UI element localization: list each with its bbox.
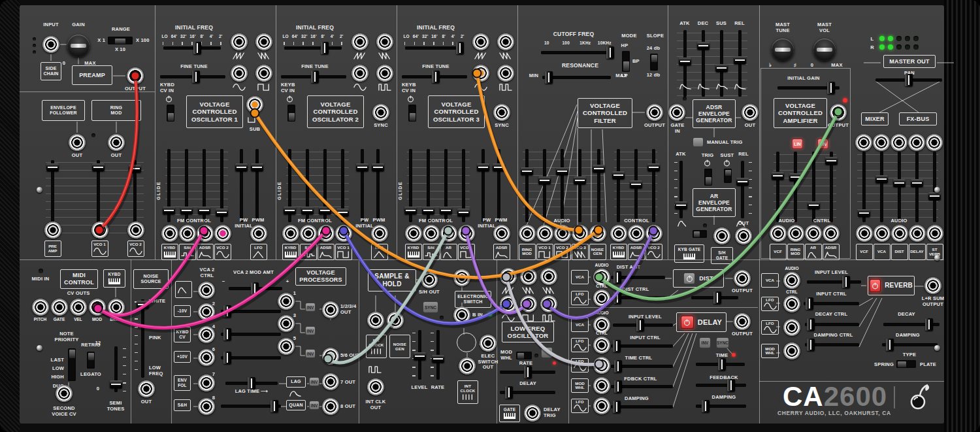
vcf-control-jack[interactable]	[610, 225, 627, 242]
vco-output-jack[interactable]	[255, 33, 272, 50]
sh-out-jack[interactable]	[421, 271, 438, 288]
vcf-control-jack[interactable]	[645, 225, 662, 242]
dist-mix-slider[interactable]	[691, 296, 738, 299]
vca-output-jack[interactable]	[830, 104, 847, 121]
lfo-rate-slider[interactable]	[500, 371, 555, 374]
vca-audio-slider[interactable]	[776, 152, 779, 222]
fm-jack[interactable]	[318, 225, 335, 242]
ar-out-jack[interactable]	[735, 227, 752, 244]
vcf-audio-slider[interactable]	[578, 149, 581, 222]
mast-vol-knob[interactable]	[813, 39, 836, 61]
delay-time-slider[interactable]	[696, 363, 745, 366]
int-clk-out-jack[interactable]	[367, 378, 384, 395]
semitones-slider[interactable]	[114, 346, 118, 392]
sh-source-in-jack[interactable]	[387, 312, 404, 329]
delay-power-button[interactable]	[681, 316, 694, 329]
mixer-input-jack[interactable]	[855, 134, 872, 151]
glide-fm-slider[interactable]	[288, 149, 291, 222]
lr-sum-output-jack[interactable]	[924, 277, 941, 294]
reverb-route-jack[interactable]	[783, 342, 800, 359]
reverb-decay-slider[interactable]	[883, 323, 939, 326]
pw-slider[interactable]	[482, 149, 485, 222]
vco-output-jack[interactable]	[497, 33, 514, 50]
noise-out-jack[interactable]	[138, 380, 155, 397]
sh-clock-in-jack[interactable]	[367, 312, 384, 329]
fm-jack[interactable]	[179, 225, 196, 242]
lfo-delay-slider[interactable]	[500, 391, 555, 394]
keyb-cv-switch[interactable]	[408, 105, 416, 122]
fine-tune-slider[interactable]	[281, 75, 346, 78]
resonance-slider[interactable]	[542, 76, 611, 79]
initial-freq-slider[interactable]	[405, 46, 463, 50]
fx-route-jack[interactable]	[593, 377, 610, 394]
vca-ctrl-slider[interactable]	[812, 152, 815, 222]
vp-out-56-jack[interactable]	[322, 348, 339, 365]
glide-fm-slider[interactable]	[167, 149, 171, 222]
cutoff-slider[interactable]	[541, 51, 613, 54]
vcf-ctrl-slider[interactable]	[634, 149, 638, 222]
vco-output-jack[interactable]	[231, 33, 248, 50]
mixer-slider[interactable]	[880, 152, 883, 222]
second-voice-cv-jack[interactable]	[56, 385, 73, 402]
lin-button[interactable]: LIN	[792, 139, 803, 149]
vco-output-jack[interactable]	[231, 65, 248, 82]
vcf-audio-slider[interactable]	[525, 149, 529, 222]
fm-jack[interactable]	[405, 225, 422, 242]
noise-type-slider[interactable]	[141, 299, 144, 378]
es-clock-jack[interactable]	[459, 357, 476, 374]
ar-attack-slider[interactable]	[679, 161, 683, 218]
vcf-ctrl-slider[interactable]	[617, 149, 620, 222]
vca2-ctrl-jack[interactable]	[198, 282, 215, 299]
vp-out-1234-jack[interactable]	[322, 301, 339, 318]
vcf-control-jack[interactable]	[628, 225, 645, 242]
vp-slider-4[interactable]	[221, 333, 281, 336]
vp-out-7-jack[interactable]	[322, 373, 339, 390]
vco1-in-jack[interactable]	[91, 222, 108, 239]
dist-ctrl-slider[interactable]	[611, 296, 668, 299]
vp-slider-6[interactable]	[221, 356, 281, 359]
mixer-slider[interactable]	[915, 152, 919, 222]
preamp-output-jack[interactable]	[127, 67, 144, 84]
vcf-audio-jack[interactable]	[572, 225, 589, 242]
env-follower-out-jack[interactable]	[69, 134, 86, 151]
keyb-cv-switch[interactable]	[287, 105, 295, 122]
side-chain-box[interactable]: SIDE CHAIN	[41, 62, 61, 80]
reverb-input-level-slider[interactable]	[807, 280, 861, 284]
vcf-audio-slider[interactable]	[543, 149, 546, 222]
vcf-audio-jack[interactable]	[589, 225, 606, 242]
delay-damping-slider[interactable]	[696, 405, 746, 408]
pw-slider[interactable]	[240, 149, 243, 222]
sh-level-slider[interactable]	[418, 330, 421, 380]
sust-switch[interactable]	[724, 169, 732, 183]
dist-amt-slider[interactable]	[611, 276, 665, 279]
vca-audio-jack[interactable]	[787, 225, 804, 242]
retrig-legato-switch[interactable]	[87, 352, 95, 369]
fm-jack[interactable]	[161, 225, 178, 242]
adsr-out-jack[interactable]	[742, 104, 759, 121]
cv-out-jack[interactable]	[108, 299, 125, 316]
cv-out-jack[interactable]	[89, 299, 106, 316]
preamp-in-jack[interactable]	[44, 222, 61, 239]
slope-switch[interactable]	[650, 54, 658, 71]
fm-jack[interactable]	[423, 225, 440, 242]
lfo-output-jack[interactable]	[520, 295, 537, 312]
lfo-output-jack[interactable]	[500, 268, 517, 285]
inv-button[interactable]: INV	[305, 349, 316, 358]
initial-freq-slider[interactable]	[163, 46, 221, 50]
reverb-damping-slider[interactable]	[882, 343, 938, 346]
fine-tune-slider[interactable]	[160, 75, 225, 78]
pw-slider[interactable]	[361, 149, 364, 222]
trig-switch[interactable]	[704, 169, 712, 186]
reverb-route-jack[interactable]	[783, 319, 800, 336]
vca2-mod-amt-slider[interactable]	[229, 287, 282, 290]
fm-jack[interactable]	[214, 225, 231, 242]
vca-audio-slider[interactable]	[794, 152, 797, 222]
lfo-output-jack[interactable]	[540, 268, 557, 285]
mixer-audio-jack[interactable]	[926, 225, 943, 242]
mixer-audio-jack[interactable]	[909, 225, 926, 242]
vcf-audio-slider[interactable]	[561, 149, 564, 222]
lfo-output-jack[interactable]	[520, 268, 537, 285]
kybd-cv-switch[interactable]	[167, 105, 174, 122]
vca-ctrl-jack[interactable]	[823, 225, 840, 242]
delay-fdbck-ctrl-slider[interactable]	[611, 385, 673, 388]
